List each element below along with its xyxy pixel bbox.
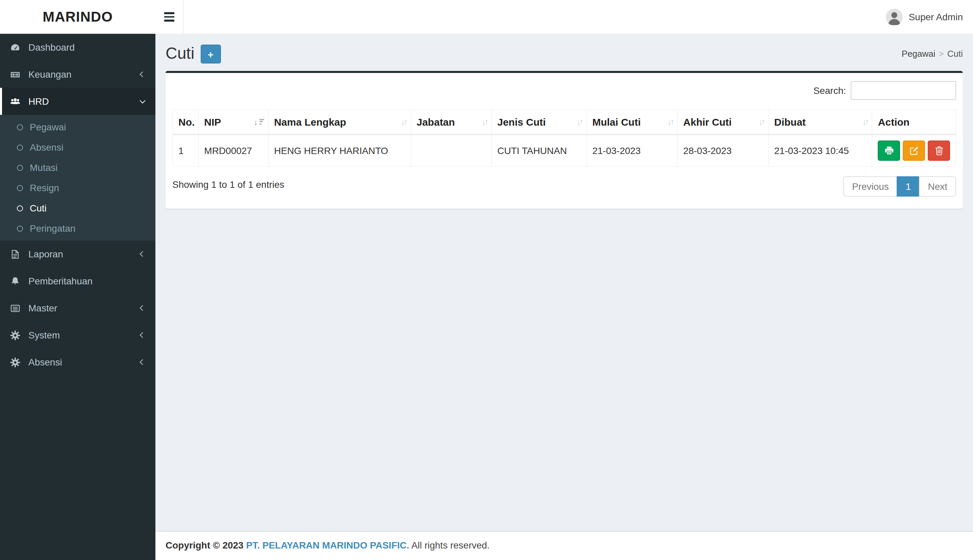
col-jabatan[interactable]: Jabatan ↓↑ xyxy=(411,110,492,135)
sidebar-item-label: System xyxy=(28,330,60,340)
sidebar-item-label: Master xyxy=(28,303,57,313)
cuti-table: No. NIP ↓ Nama Lengkap ↓↑ Jabatan ↓↑ Jen… xyxy=(172,110,956,167)
edit-button[interactable] xyxy=(903,140,925,161)
gear-icon xyxy=(10,330,23,340)
circle-icon xyxy=(17,124,23,130)
sort-icon: ↓↑ xyxy=(577,117,582,127)
sidebar-item-dashboard[interactable]: Dashboard xyxy=(0,34,155,61)
circle-icon xyxy=(17,225,23,232)
cell-jabatan xyxy=(411,135,492,167)
sort-icon: ↓↑ xyxy=(668,117,673,127)
sidebar-item-master[interactable]: Master xyxy=(0,295,155,322)
add-button[interactable]: + xyxy=(200,45,220,63)
bell-icon xyxy=(10,276,23,286)
sidebar-subitem-absensi[interactable]: Absensi xyxy=(0,137,155,157)
sidebar-item-label: Laporan xyxy=(28,248,63,259)
cell-jenis-cuti: CUTI TAHUNAN xyxy=(492,135,586,167)
file-icon xyxy=(10,249,23,259)
footer-rights: All rights reserved. xyxy=(412,540,490,550)
table-header-row: No. NIP ↓ Nama Lengkap ↓↑ Jabatan ↓↑ Jen… xyxy=(173,110,956,135)
page-title: Cuti xyxy=(165,43,194,62)
sidebar-item-hrd[interactable]: HRD Pegawai Absensi Mutasi Resign Cuti P… xyxy=(0,88,155,240)
chevron-left-icon xyxy=(140,305,145,311)
sidebar-item-label: HRD xyxy=(28,96,49,107)
footer-company-link[interactable]: PT. PELAYARAN MARINDO PASIFIC. xyxy=(246,540,409,550)
cell-nip: MRD00027 xyxy=(198,135,268,167)
print-button[interactable] xyxy=(878,140,900,161)
pagination-next[interactable]: Next xyxy=(920,176,956,197)
col-nip[interactable]: NIP ↓ xyxy=(198,110,268,135)
sidebar-item-keuangan[interactable]: Keuangan xyxy=(0,61,155,88)
sort-desc-icon: ↓ xyxy=(254,118,264,126)
search-input[interactable] xyxy=(851,81,956,100)
sidebar-subitem-peringatan[interactable]: Peringatan xyxy=(0,218,155,238)
submenu-label: Absensi xyxy=(30,142,63,153)
hrd-submenu: Pegawai Absensi Mutasi Resign Cuti Perin… xyxy=(0,115,155,240)
table-info: Showing 1 to 1 of 1 entries xyxy=(172,168,284,190)
sort-icon: ↓↑ xyxy=(863,117,868,127)
content-wrapper: Cuti + Pegawai>Cuti Search: No. xyxy=(155,34,973,531)
breadcrumb-separator: > xyxy=(939,48,944,59)
sidebar-item-laporan[interactable]: Laporan xyxy=(0,240,155,268)
breadcrumb-current: Cuti xyxy=(947,48,963,59)
cell-no: 1 xyxy=(173,135,198,167)
cell-action xyxy=(872,135,956,167)
sidebar-item-absensi[interactable]: Absensi xyxy=(0,348,155,376)
sidebar-toggle-button[interactable] xyxy=(155,0,184,34)
cell-akhir-cuti: 28-03-2023 xyxy=(678,135,768,167)
datatable-footer: Showing 1 to 1 of 1 entries Previous 1 N… xyxy=(172,167,956,202)
submenu-label: Pegawai xyxy=(30,122,66,132)
cell-mulai-cuti: 21-03-2023 xyxy=(586,135,678,167)
sort-icon: ↓↑ xyxy=(482,117,487,127)
sidebar: Dashboard Keuangan HRD Pegawai Absensi M… xyxy=(0,34,155,560)
circle-icon xyxy=(17,185,23,191)
sidebar-subitem-pegawai[interactable]: Pegawai xyxy=(0,117,155,137)
datatable-filter: Search: xyxy=(172,80,956,100)
user-menu[interactable]: Super Admin xyxy=(876,0,973,34)
money-icon xyxy=(10,69,23,79)
delete-button[interactable] xyxy=(928,140,950,161)
circle-icon xyxy=(17,165,23,170)
pagination-previous[interactable]: Previous xyxy=(843,176,898,197)
submenu-label: Cuti xyxy=(30,203,47,213)
top-navbar: Super Admin xyxy=(155,0,973,34)
users-icon xyxy=(10,96,23,107)
col-no[interactable]: No. xyxy=(173,110,198,135)
pagination: Previous 1 Next xyxy=(843,176,956,197)
user-name-label: Super Admin xyxy=(909,12,963,22)
col-action: Action xyxy=(872,110,956,135)
content-header: Cuti + Pegawai>Cuti xyxy=(155,34,973,71)
circle-icon xyxy=(17,144,23,150)
breadcrumb: Pegawai>Cuti xyxy=(902,48,963,59)
search-label: Search: xyxy=(814,85,846,96)
chevron-left-icon xyxy=(140,332,145,338)
brand-logo[interactable]: MARINDO xyxy=(0,0,155,34)
breadcrumb-link-pegawai[interactable]: Pegawai xyxy=(902,48,936,59)
chevron-down-icon xyxy=(140,98,145,103)
pagination-page-1[interactable]: 1 xyxy=(898,176,920,197)
dashboard-icon xyxy=(10,42,23,52)
col-nama-lengkap[interactable]: Nama Lengkap ↓↑ xyxy=(268,110,411,135)
main-header: MARINDO Super Admin xyxy=(0,0,973,34)
main-footer: Copyright © 2023 PT. PELAYARAN MARINDO P… xyxy=(155,531,973,560)
submenu-label: Peringatan xyxy=(30,223,75,234)
col-akhir-cuti[interactable]: Akhir Cuti ↓↑ xyxy=(678,110,768,135)
table-icon xyxy=(10,303,23,313)
cuti-table-box: Search: No. NIP ↓ Nama Lengkap ↓↑ Jabata xyxy=(165,71,963,209)
circle-icon xyxy=(17,205,23,211)
col-mulai-cuti[interactable]: Mulai Cuti ↓↑ xyxy=(586,110,678,135)
sidebar-item-system[interactable]: System xyxy=(0,322,155,348)
trash-icon xyxy=(934,146,944,155)
app-root: MARINDO Super Admin Dashboard Keuangan xyxy=(0,0,973,560)
sidebar-subitem-resign[interactable]: Resign xyxy=(0,178,155,198)
user-avatar xyxy=(886,8,903,25)
sidebar-item-pemberitahuan[interactable]: Pemberitahuan xyxy=(0,268,155,295)
submenu-label: Resign xyxy=(30,182,59,193)
sidebar-item-label: Pemberitahuan xyxy=(28,276,93,287)
sidebar-subitem-cuti[interactable]: Cuti xyxy=(0,198,155,218)
sidebar-item-label: Keuangan xyxy=(28,69,72,80)
footer-copyright: Copyright © 2023 xyxy=(165,540,244,550)
col-dibuat[interactable]: Dibuat ↓↑ xyxy=(769,110,872,135)
sidebar-subitem-mutasi[interactable]: Mutasi xyxy=(0,157,155,178)
col-jenis-cuti[interactable]: Jenis Cuti ↓↑ xyxy=(492,110,586,135)
